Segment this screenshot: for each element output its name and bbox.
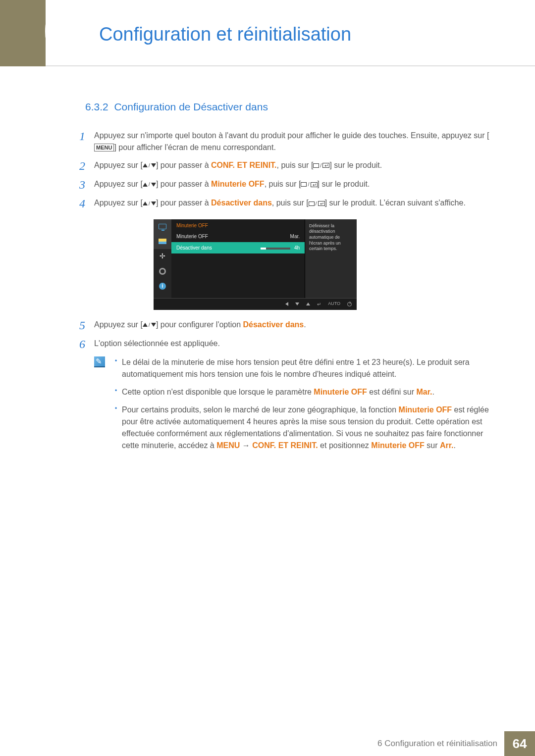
position-icon: ✢ — [154, 249, 171, 264]
osd-panel-title: Minuterie OFF — [171, 219, 305, 231]
slider-icon — [261, 248, 290, 250]
chapter-tab — [0, 0, 46, 66]
page-number: 64 — [504, 731, 535, 756]
footer-chapter-label: 6 Configuration et réinitialisation — [377, 739, 497, 749]
auto-label: AUTO — [328, 301, 340, 307]
step-number: 5 — [79, 319, 94, 332]
note-item: Cette option n'est disponible que lorsqu… — [113, 386, 490, 398]
step-text: L'option sélectionnée est appliquée. — [94, 338, 490, 351]
page-footer: 6 Configuration et réinitialisation 64 — [0, 731, 535, 756]
left-icon — [285, 302, 288, 306]
osd-nav-bar: ↵ AUTO — [154, 298, 357, 310]
chapter-title: Configuration et réinitialisation — [99, 24, 351, 45]
note-item: Le délai de la minuterie de mise hors te… — [113, 356, 490, 380]
osd-tooltip: Définissez la désactivation automatique … — [305, 219, 357, 298]
enter-icon: / — [301, 180, 317, 189]
note-item: Pour certains produits, selon le marché … — [113, 404, 490, 452]
step-number: 6 — [79, 338, 94, 351]
up-down-icon: / — [143, 180, 156, 189]
osd-menu-icons: ✢ i — [154, 219, 171, 298]
step-text: Appuyez sur [/] pour passer à Désactiver… — [94, 197, 490, 210]
osd-row-selected: Désactiver dans 4h — [171, 242, 305, 253]
step-number: 4 — [79, 197, 94, 210]
step-text: Appuyez sur [/] pour configurer l'option… — [94, 319, 490, 332]
osd-row: Minuterie OFFMar. — [171, 231, 305, 242]
step-number: 1 — [79, 130, 94, 153]
return-icon: ↵ — [317, 301, 321, 308]
up-down-icon: / — [143, 161, 156, 170]
up-icon — [306, 302, 310, 305]
section-heading: 6.3.2 Configuration de Désactiver dans — [85, 99, 490, 115]
header-rule — [46, 65, 535, 66]
note-list: Le délai de la minuterie de mise hors te… — [113, 356, 490, 457]
picture-icon — [154, 234, 171, 249]
info-icon: i — [154, 279, 171, 294]
step-text: Appuyez sur n'importe quel bouton à l'av… — [94, 130, 490, 153]
menu-key-icon: MENU — [94, 144, 114, 151]
enter-icon: / — [313, 161, 329, 170]
chapter-number: 6 — [42, 0, 80, 70]
step-number: 2 — [79, 159, 94, 172]
osd-screenshot: ✢ i Minuterie OFF Minuterie OFFMar. Désa… — [154, 219, 490, 310]
up-down-icon: / — [143, 321, 156, 329]
step-text: Appuyez sur [/] pour passer à Minuterie … — [94, 178, 490, 191]
power-icon — [347, 302, 352, 306]
down-icon — [295, 302, 299, 305]
gear-icon — [154, 264, 171, 279]
step-number: 3 — [79, 178, 94, 191]
up-down-icon: / — [143, 200, 156, 208]
enter-icon: / — [309, 200, 325, 208]
monitor-icon — [154, 219, 171, 234]
note-icon — [94, 356, 105, 367]
step-text: Appuyez sur [/] pour passer à CONF. ET R… — [94, 159, 490, 172]
